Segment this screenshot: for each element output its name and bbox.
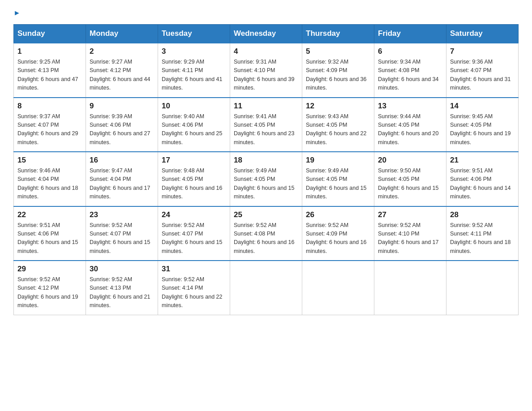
- day-cell-4: 4 Sunrise: 9:31 AMSunset: 4:10 PMDayligh…: [230, 43, 302, 98]
- day-cell-8: 8 Sunrise: 9:37 AMSunset: 4:07 PMDayligh…: [14, 98, 86, 152]
- day-cell-26: 26 Sunrise: 9:52 AMSunset: 4:09 PMDaylig…: [302, 206, 374, 261]
- day-info: Sunrise: 9:29 AMSunset: 4:11 PMDaylight:…: [162, 59, 223, 91]
- day-cell-24: 24 Sunrise: 9:52 AMSunset: 4:07 PMDaylig…: [158, 206, 230, 261]
- day-info: Sunrise: 9:50 AMSunset: 4:05 PMDaylight:…: [378, 167, 439, 200]
- day-info: Sunrise: 9:52 AMSunset: 4:14 PMDaylight:…: [162, 276, 223, 308]
- day-number: 3: [162, 47, 226, 56]
- col-header-saturday: Saturday: [446, 25, 519, 43]
- day-number: 10: [162, 102, 226, 111]
- day-number: 25: [234, 210, 298, 219]
- day-cell-15: 15 Sunrise: 9:46 AMSunset: 4:04 PMDaylig…: [14, 152, 86, 206]
- day-number: 15: [17, 156, 82, 165]
- day-number: 5: [306, 47, 370, 56]
- logo-general-blue: ►: [13, 9, 21, 17]
- col-header-monday: Monday: [86, 25, 158, 43]
- day-number: 28: [450, 210, 515, 219]
- day-info: Sunrise: 9:25 AMSunset: 4:13 PMDaylight:…: [17, 59, 78, 91]
- day-cell-13: 13 Sunrise: 9:44 AMSunset: 4:05 PMDaylig…: [374, 98, 446, 152]
- col-header-thursday: Thursday: [302, 25, 374, 43]
- day-info: Sunrise: 9:27 AMSunset: 4:12 PMDaylight:…: [90, 59, 150, 91]
- day-info: Sunrise: 9:36 AMSunset: 4:07 PMDaylight:…: [450, 59, 511, 91]
- day-cell-21: 21 Sunrise: 9:51 AMSunset: 4:06 PMDaylig…: [446, 152, 519, 206]
- day-info: Sunrise: 9:39 AMSunset: 4:06 PMDaylight:…: [90, 113, 150, 146]
- day-cell-12: 12 Sunrise: 9:43 AMSunset: 4:05 PMDaylig…: [302, 98, 374, 152]
- day-cell-20: 20 Sunrise: 9:50 AMSunset: 4:05 PMDaylig…: [374, 152, 446, 206]
- day-cell-5: 5 Sunrise: 9:32 AMSunset: 4:09 PMDayligh…: [302, 43, 374, 98]
- day-cell-3: 3 Sunrise: 9:29 AMSunset: 4:11 PMDayligh…: [158, 43, 230, 98]
- day-info: Sunrise: 9:37 AMSunset: 4:07 PMDaylight:…: [17, 113, 78, 146]
- day-cell-10: 10 Sunrise: 9:40 AMSunset: 4:06 PMDaylig…: [158, 98, 230, 152]
- day-number: 31: [162, 265, 226, 274]
- day-number: 23: [90, 210, 154, 219]
- day-info: Sunrise: 9:34 AMSunset: 4:08 PMDaylight:…: [378, 59, 439, 91]
- day-info: Sunrise: 9:48 AMSunset: 4:05 PMDaylight:…: [162, 167, 223, 200]
- day-number: 6: [378, 47, 442, 56]
- day-number: 19: [306, 156, 370, 165]
- col-header-tuesday: Tuesday: [158, 25, 230, 43]
- day-info: Sunrise: 9:51 AMSunset: 4:06 PMDaylight:…: [17, 222, 78, 254]
- day-info: Sunrise: 9:52 AMSunset: 4:07 PMDaylight:…: [90, 222, 150, 254]
- day-number: 13: [378, 102, 442, 111]
- col-header-friday: Friday: [374, 25, 446, 43]
- day-info: Sunrise: 9:45 AMSunset: 4:05 PMDaylight:…: [450, 113, 511, 146]
- week-row-1: 1 Sunrise: 9:25 AMSunset: 4:13 PMDayligh…: [14, 43, 519, 98]
- week-row-5: 29 Sunrise: 9:52 AMSunset: 4:12 PMDaylig…: [14, 261, 519, 315]
- day-number: 29: [17, 265, 82, 274]
- day-info: Sunrise: 9:52 AMSunset: 4:10 PMDaylight:…: [378, 222, 439, 254]
- day-info: Sunrise: 9:49 AMSunset: 4:05 PMDaylight:…: [234, 167, 295, 200]
- day-number: 24: [162, 210, 226, 219]
- day-number: 26: [306, 210, 370, 219]
- day-info: Sunrise: 9:52 AMSunset: 4:12 PMDaylight:…: [17, 276, 78, 308]
- day-cell-22: 22 Sunrise: 9:51 AMSunset: 4:06 PMDaylig…: [14, 206, 86, 261]
- day-info: Sunrise: 9:46 AMSunset: 4:04 PMDaylight:…: [17, 167, 78, 200]
- empty-cell: [374, 261, 446, 315]
- day-cell-31: 31 Sunrise: 9:52 AMSunset: 4:14 PMDaylig…: [158, 261, 230, 315]
- day-cell-29: 29 Sunrise: 9:52 AMSunset: 4:12 PMDaylig…: [14, 261, 86, 315]
- day-cell-7: 7 Sunrise: 9:36 AMSunset: 4:07 PMDayligh…: [446, 43, 519, 98]
- day-number: 4: [234, 47, 298, 56]
- day-cell-27: 27 Sunrise: 9:52 AMSunset: 4:10 PMDaylig…: [374, 206, 446, 261]
- day-number: 22: [17, 210, 82, 219]
- day-info: Sunrise: 9:52 AMSunset: 4:08 PMDaylight:…: [234, 222, 295, 254]
- day-number: 1: [17, 47, 82, 56]
- day-number: 12: [306, 102, 370, 111]
- day-info: Sunrise: 9:31 AMSunset: 4:10 PMDaylight:…: [234, 59, 295, 91]
- day-cell-25: 25 Sunrise: 9:52 AMSunset: 4:08 PMDaylig…: [230, 206, 302, 261]
- empty-cell: [446, 261, 519, 315]
- empty-cell: [302, 261, 374, 315]
- day-cell-2: 2 Sunrise: 9:27 AMSunset: 4:12 PMDayligh…: [86, 43, 158, 98]
- day-cell-11: 11 Sunrise: 9:41 AMSunset: 4:05 PMDaylig…: [230, 98, 302, 152]
- day-info: Sunrise: 9:43 AMSunset: 4:05 PMDaylight:…: [306, 113, 367, 146]
- day-cell-19: 19 Sunrise: 9:49 AMSunset: 4:05 PMDaylig…: [302, 152, 374, 206]
- page-header: ►: [13, 9, 519, 15]
- day-number: 20: [378, 156, 442, 165]
- day-cell-28: 28 Sunrise: 9:52 AMSunset: 4:11 PMDaylig…: [446, 206, 519, 261]
- calendar-header-row: SundayMondayTuesdayWednesdayThursdayFrid…: [14, 25, 519, 43]
- day-info: Sunrise: 9:49 AMSunset: 4:05 PMDaylight:…: [306, 167, 367, 200]
- day-info: Sunrise: 9:40 AMSunset: 4:06 PMDaylight:…: [162, 113, 223, 146]
- day-cell-6: 6 Sunrise: 9:34 AMSunset: 4:08 PMDayligh…: [374, 43, 446, 98]
- day-cell-9: 9 Sunrise: 9:39 AMSunset: 4:06 PMDayligh…: [86, 98, 158, 152]
- day-number: 30: [90, 265, 154, 274]
- day-number: 21: [450, 156, 515, 165]
- day-cell-30: 30 Sunrise: 9:52 AMSunset: 4:13 PMDaylig…: [86, 261, 158, 315]
- day-cell-14: 14 Sunrise: 9:45 AMSunset: 4:05 PMDaylig…: [446, 98, 519, 152]
- day-cell-1: 1 Sunrise: 9:25 AMSunset: 4:13 PMDayligh…: [14, 43, 86, 98]
- day-info: Sunrise: 9:52 AMSunset: 4:11 PMDaylight:…: [450, 222, 511, 254]
- day-cell-16: 16 Sunrise: 9:47 AMSunset: 4:04 PMDaylig…: [86, 152, 158, 206]
- day-number: 14: [450, 102, 515, 111]
- day-number: 18: [234, 156, 298, 165]
- day-number: 16: [90, 156, 154, 165]
- day-info: Sunrise: 9:52 AMSunset: 4:13 PMDaylight:…: [90, 276, 150, 308]
- empty-cell: [230, 261, 302, 315]
- day-info: Sunrise: 9:47 AMSunset: 4:04 PMDaylight:…: [90, 167, 150, 200]
- day-cell-18: 18 Sunrise: 9:49 AMSunset: 4:05 PMDaylig…: [230, 152, 302, 206]
- day-info: Sunrise: 9:41 AMSunset: 4:05 PMDaylight:…: [234, 113, 295, 146]
- col-header-wednesday: Wednesday: [230, 25, 302, 43]
- calendar-table: SundayMondayTuesdayWednesdayThursdayFrid…: [13, 24, 519, 315]
- day-info: Sunrise: 9:32 AMSunset: 4:09 PMDaylight:…: [306, 59, 367, 91]
- day-info: Sunrise: 9:44 AMSunset: 4:05 PMDaylight:…: [378, 113, 439, 146]
- day-cell-17: 17 Sunrise: 9:48 AMSunset: 4:05 PMDaylig…: [158, 152, 230, 206]
- logo: ►: [13, 9, 21, 15]
- day-number: 9: [90, 102, 154, 111]
